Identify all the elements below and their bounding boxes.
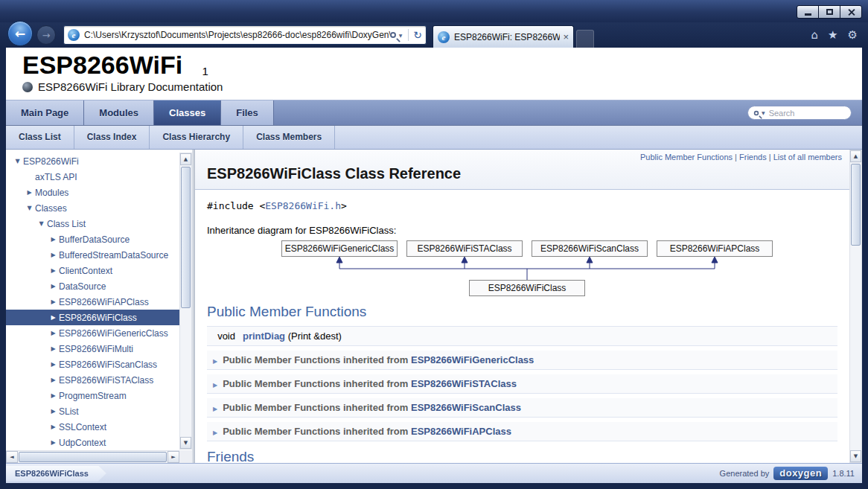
- sidebar-horizontal-scrollbar[interactable]: ◄ ►: [6, 450, 179, 463]
- tree-item-datasource[interactable]: ▶DataSource: [6, 278, 179, 294]
- chevron-right-icon[interactable]: ▶: [48, 345, 59, 352]
- member-link-printdiag[interactable]: printDiag: [243, 330, 285, 342]
- tree-item-esp8266wifistaclass[interactable]: ▶ESP8266WiFiSTAClass: [6, 372, 179, 388]
- chevron-right-icon[interactable]: ▶: [48, 298, 59, 305]
- doxygen-page: ESP8266WiFi 1 ESP8266WiFi Library Docume…: [6, 48, 862, 483]
- search-box[interactable]: ▼ Search: [747, 106, 852, 120]
- scroll-up-icon[interactable]: ▲: [180, 153, 191, 165]
- tab-main-page[interactable]: Main Page: [6, 100, 84, 125]
- chevron-right-icon[interactable]: ▶: [48, 236, 59, 243]
- subtab-class-hierarchy[interactable]: Class Hierarchy: [150, 126, 243, 149]
- chevron-right-icon[interactable]: ▶: [48, 314, 59, 321]
- chevron-down-icon[interactable]: ▼: [399, 33, 403, 38]
- tree-item-classes[interactable]: ▼Classes: [6, 200, 179, 216]
- tree-item-esp8266wifiscanclass[interactable]: ▶ESP8266WiFiScanClass: [6, 357, 179, 372]
- scroll-thumb[interactable]: [181, 167, 191, 308]
- tab-favicon-icon: e: [438, 31, 450, 43]
- subtab-class-list[interactable]: Class List: [6, 126, 74, 149]
- tree-item-bufferedstreamdatasource[interactable]: ▶BufferedStreamDataSource: [6, 247, 179, 263]
- address-bar[interactable]: e C:\Users\Krzysztof\Documents\Projects\…: [63, 25, 427, 45]
- scroll-thumb[interactable]: [851, 164, 861, 246]
- chevron-right-icon[interactable]: ▶: [48, 392, 59, 399]
- tree-item-sslcontext[interactable]: ▶SSLContext: [6, 419, 179, 435]
- diagram-box-esp8266wifiscanclass[interactable]: ESP8266WiFiScanClass: [532, 240, 648, 257]
- tree-item-modules[interactable]: ▶Modules: [6, 185, 179, 200]
- class-link-esp8266wifigenericclass[interactable]: ESP8266WiFiGenericClass: [411, 354, 534, 365]
- refresh-icon[interactable]: ↻: [413, 29, 422, 41]
- inherited-header-esp8266wifigenericclass[interactable]: ▶Public Member Functions inherited from …: [207, 351, 837, 370]
- tree-item-esp8266wifimulti[interactable]: ▶ESP8266WiFiMulti: [6, 341, 179, 357]
- maximize-button[interactable]: [818, 5, 840, 19]
- tree-item-udpcontext[interactable]: ▶UdpContext: [6, 435, 179, 450]
- scroll-down-icon[interactable]: ▼: [850, 450, 861, 462]
- sidebar-vertical-scrollbar[interactable]: ▲ ▼: [179, 153, 192, 450]
- address-url[interactable]: C:\Users\Krzysztof\Documents\Projects\es…: [84, 30, 390, 40]
- forward-button[interactable]: →: [36, 25, 56, 45]
- chevron-right-icon[interactable]: ▶: [24, 189, 35, 196]
- tree-item-esp8266wificlass[interactable]: ▶ESP8266WiFiClass: [6, 310, 179, 325]
- chevron-down-icon[interactable]: ▼: [12, 158, 23, 164]
- tree-item-bufferdatasource[interactable]: ▶BufferDataSource: [6, 231, 179, 247]
- back-button[interactable]: ←: [7, 21, 33, 46]
- breadcrumb[interactable]: ESP8266WiFiClass: [6, 466, 106, 482]
- tree-item-progmemstream[interactable]: ▶ProgmemStream: [6, 388, 179, 403]
- chevron-down-icon[interactable]: ▼: [24, 205, 35, 211]
- class-link-esp8266wifiscanclass[interactable]: ESP8266WiFiScanClass: [411, 402, 521, 413]
- inherited-header-esp8266wifiscanclass[interactable]: ▶Public Member Functions inherited from …: [207, 398, 837, 418]
- summary-link-list-of-all-members[interactable]: List of all members: [773, 153, 842, 162]
- chevron-down-icon[interactable]: ▼: [762, 110, 765, 115]
- chevron-right-icon[interactable]: ▶: [48, 330, 59, 336]
- minimize-button[interactable]: [797, 5, 819, 19]
- tree-item-slist[interactable]: ▶SList: [6, 403, 179, 419]
- tree-item-class-list[interactable]: ▼Class List: [6, 216, 179, 231]
- subtab-class-index[interactable]: Class Index: [74, 126, 150, 149]
- doxygen-logo[interactable]: doxygen: [773, 467, 828, 480]
- content-vertical-scrollbar[interactable]: ▲ ▼: [849, 150, 862, 463]
- tree-item-esp8266wifi[interactable]: ▼ESP8266WiFi: [6, 153, 179, 169]
- home-icon[interactable]: ⌂: [811, 28, 819, 42]
- tree-item-esp8266wifiapclass[interactable]: ▶ESP8266WiFiAPClass: [6, 294, 179, 310]
- chevron-right-icon[interactable]: ▶: [48, 283, 59, 290]
- summary-link-public-member-functions[interactable]: Public Member Functions: [640, 153, 733, 162]
- tree-item-clientcontext[interactable]: ▶ClientContext: [6, 263, 179, 278]
- diagram-box-esp8266wifiapclass[interactable]: ESP8266WiFiAPClass: [657, 240, 773, 257]
- tab-close-icon[interactable]: ×: [563, 31, 569, 42]
- class-link-esp8266wifiapclass[interactable]: ESP8266WiFiAPClass: [411, 426, 511, 437]
- scroll-track[interactable]: [180, 165, 191, 437]
- tab-classes[interactable]: Classes: [154, 100, 221, 125]
- scroll-left-icon[interactable]: ◄: [6, 451, 18, 463]
- browser-tab[interactable]: e ESP8266WiFi: ESP8266WiFi... ×: [433, 25, 574, 48]
- include-file-link[interactable]: ESP8266WiFi.h: [265, 200, 341, 211]
- chevron-down-icon[interactable]: ▼: [36, 220, 47, 227]
- tab-files[interactable]: Files: [221, 100, 274, 125]
- chevron-right-icon[interactable]: ▶: [48, 377, 59, 383]
- chevron-right-icon[interactable]: ▶: [48, 424, 59, 430]
- new-tab-button[interactable]: [576, 30, 594, 48]
- chevron-right-icon[interactable]: ▶: [48, 361, 59, 368]
- scroll-track[interactable]: [18, 451, 167, 463]
- chevron-right-icon[interactable]: ▶: [48, 267, 59, 274]
- summary-link-friends[interactable]: Friends: [739, 153, 767, 162]
- scroll-down-icon[interactable]: ▼: [180, 437, 191, 449]
- chevron-right-icon[interactable]: ▶: [48, 439, 59, 446]
- settings-gear-icon[interactable]: ⚙: [848, 28, 858, 42]
- scroll-right-icon[interactable]: ►: [167, 451, 179, 463]
- subtab-class-members[interactable]: Class Members: [243, 126, 335, 149]
- diagram-box-esp8266wifistaclass[interactable]: ESP8266WiFiSTAClass: [406, 240, 523, 257]
- scroll-track[interactable]: [850, 162, 861, 450]
- tab-modules[interactable]: Modules: [84, 100, 154, 125]
- chevron-right-icon[interactable]: ▶: [48, 252, 59, 258]
- diagram-box-esp8266wificlass[interactable]: ESP8266WiFiClass: [469, 280, 585, 296]
- diagram-box-esp8266wifigenericclass[interactable]: ESP8266WiFiGenericClass: [281, 240, 398, 257]
- chevron-right-icon[interactable]: ▶: [48, 408, 59, 415]
- inherited-header-esp8266wifiapclass[interactable]: ▶Public Member Functions inherited from …: [207, 422, 837, 441]
- tree-item-esp8266wifigenericclass[interactable]: ▶ESP8266WiFiGenericClass: [6, 325, 179, 341]
- scroll-thumb[interactable]: [19, 452, 167, 462]
- search-icon[interactable]: [390, 32, 396, 38]
- favorites-star-icon[interactable]: ★: [828, 28, 837, 42]
- tree-item-axtls-api[interactable]: axTLS API: [6, 169, 179, 185]
- scroll-up-icon[interactable]: ▲: [850, 150, 861, 162]
- class-link-esp8266wifistaclass[interactable]: ESP8266WiFiSTAClass: [411, 378, 517, 389]
- inherited-header-esp8266wifistaclass[interactable]: ▶Public Member Functions inherited from …: [207, 374, 837, 394]
- close-button[interactable]: [840, 5, 862, 19]
